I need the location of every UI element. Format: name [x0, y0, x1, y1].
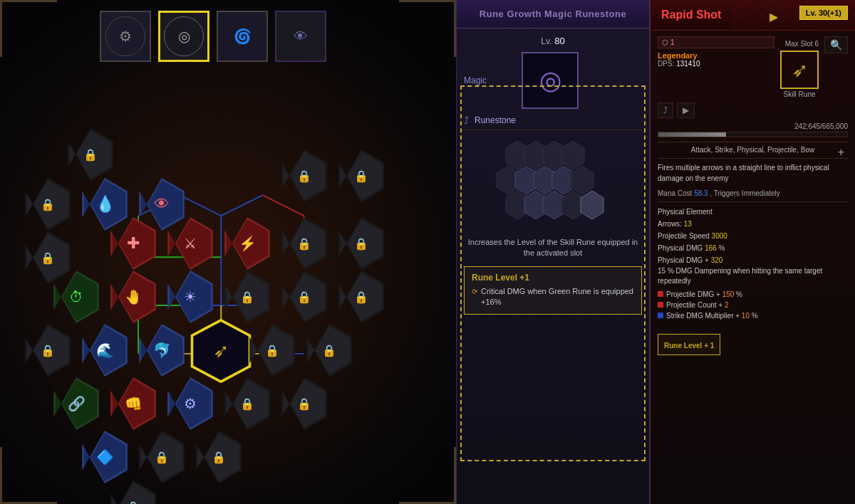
skill-rarity: Legendary	[658, 51, 774, 60]
skill-play-button[interactable]: ▶	[677, 103, 695, 118]
hex-node-blue-4[interactable]: 🌊	[78, 324, 131, 377]
skill-level-arrow: ▶	[770, 10, 778, 23]
skill-tags-row: Attack, Strike, Physical, Projectile, Bo…	[658, 146, 848, 154]
skill-max-slot: Max Slot 6	[780, 36, 819, 49]
skill-rune-type-label: Skill Rune	[780, 90, 819, 98]
hex-selected-wrapper[interactable]: ➶	[189, 319, 253, 383]
hex-node-lock-13: 🔒	[303, 324, 356, 377]
skill-divider-3	[658, 201, 848, 202]
rune-export-icon[interactable]: ⤴	[464, 115, 469, 126]
bonus-dot-blue-1	[658, 313, 663, 318]
stat-phys-dmg-flat: Physical DMG + 320	[658, 254, 848, 266]
hex-node-lock-4: 🔒	[335, 149, 388, 202]
bonus-dot-red-1	[658, 291, 663, 297]
hex-node-red-1[interactable]: ✚	[107, 217, 160, 270]
hex-node-lock-5: 🔒	[21, 231, 74, 284]
hex-node-lock-7: 🔒	[335, 217, 388, 270]
rune-hex-preview	[482, 137, 624, 230]
hex-node-blue-5[interactable]: 🔷	[78, 431, 131, 483]
skill-icon-4[interactable]: 👁	[275, 11, 326, 62]
skill-search-col: 🔍	[824, 36, 848, 57]
skill-icon-3[interactable]: 🌀	[217, 11, 268, 62]
skill-xp-bar-row: 242;645/665,000	[658, 122, 848, 137]
stat-phys-dmg-pct: Physical DMG 166 %	[658, 242, 848, 254]
rune-export-row: ⤴ Runestone	[464, 115, 642, 126]
stat-arrows: Arrows: 13	[658, 218, 848, 230]
rune-level-prefix: Lv.	[541, 36, 551, 46]
rune-panel-title: Rune Growth Magic Runestone	[467, 9, 638, 19]
skill-bonus-strike-text: Strike DMG Multiplier + 10 %	[666, 310, 758, 321]
skill-rune-row: ⬡ 1 Legendary DPS: 131410 Max Slot 6 ➶	[658, 36, 848, 98]
rune-level-row: Lv. 80	[464, 36, 642, 46]
skill-header: Rapid Shot ▶ Lv. 30(+1)	[651, 0, 855, 31]
skill-bonus-proj-count: Projectile Count + 2	[658, 300, 848, 310]
skill-stats: Physical Element Arrows: 13 Projectile S…	[658, 206, 848, 321]
skill-xp-bar-bg	[658, 132, 848, 137]
skill-icon-col: Max Slot 6 ➶ Skill Rune	[780, 36, 819, 98]
rune-type-row: Magic ◎	[464, 52, 642, 109]
skill-icon-1[interactable]: ⚙	[100, 11, 151, 62]
skill-mana-row: Mana Cost 58.3 , Triggers Immediately	[658, 189, 848, 197]
hex-node-red-2[interactable]: ⚔	[164, 217, 217, 270]
hex-node-blue-1[interactable]: 💧	[78, 178, 131, 231]
hex-node-lock-3: 🔒	[278, 149, 331, 202]
rune-panel-header: Rune Growth Magic Runestone	[457, 0, 649, 28]
skill-dps-label: DPS:	[658, 60, 674, 68]
skill-bonus-proj-dmg: Projectile DMG + 150 %	[658, 289, 848, 300]
skill-tree-panel: ⚙ ◎ 🌀 👁	[0, 0, 456, 504]
skill-bonus-proj-count-text: Projectile Count + 2	[666, 300, 729, 310]
top-icons-row: ⚙ ◎ 🌀 👁	[100, 11, 326, 62]
stat-proj-speed: Projectile Speed 3000	[658, 230, 848, 242]
hex-node-lock-1: 🔒	[64, 128, 117, 181]
svg-marker-23	[561, 141, 584, 169]
hex-node-green-link[interactable]: 🔗	[50, 377, 103, 430]
hex-node-lock-16: 🔒	[135, 431, 188, 483]
svg-marker-28	[571, 166, 594, 194]
skill-max-slot-label: Max Slot 6	[785, 40, 819, 48]
skill-rune-icon-box[interactable]: ➶	[780, 51, 819, 89]
skill-mana-label: Mana Cost	[658, 189, 692, 197]
skill-tags: Attack, Strike, Physical, Projectile, Bo…	[658, 146, 848, 154]
skill-search-button[interactable]: 🔍	[824, 36, 848, 53]
hex-node-blue-3[interactable]: ☀	[164, 271, 217, 323]
ornament-top-right	[399, 0, 456, 57]
rune-panel: Rune Growth Magic Runestone Lv. 80 Magic…	[456, 0, 650, 504]
hex-node-blue-cog[interactable]: ⚙	[164, 377, 217, 430]
skill-rune-level-text: Rune Level + 1	[664, 342, 714, 350]
rune-bonus-icon: ⟳	[472, 287, 477, 297]
rune-category-label: Runestone	[475, 115, 516, 125]
skill-left-col: ⬡ 1 Legendary DPS: 131410	[658, 36, 774, 68]
rune-level-title: Rune Level +1	[472, 273, 634, 283]
hex-node-lock-8: 🔒	[221, 271, 274, 323]
hex-node-green-timer[interactable]: ⏱	[50, 271, 103, 323]
skill-icon-2[interactable]: ◎	[158, 11, 209, 62]
ornament-top-left	[0, 0, 57, 57]
rune-level-value: 80	[554, 36, 564, 46]
skill-dps-val: 131410	[676, 60, 700, 68]
hex-node-lock-2: 🔒	[21, 178, 74, 231]
hex-node-blue-2[interactable]: 👁	[135, 178, 188, 231]
skill-dps: DPS: 131410	[658, 60, 774, 68]
hex-node-red-3[interactable]: ⚡	[221, 217, 274, 270]
hex-node-lock-9: 🔒	[278, 271, 331, 323]
skill-export-button[interactable]: ⤴	[658, 103, 673, 118]
skill-add-button[interactable]: +	[838, 146, 844, 159]
hex-node-lock-17: 🔒	[192, 431, 245, 483]
skill-rune-level-box: Rune Level + 1	[658, 334, 720, 355]
right-panels: Rune Growth Magic Runestone Lv. 80 Magic…	[456, 0, 855, 504]
skill-rune-count-val: 1	[670, 38, 675, 46]
skill-description: Fires multiple arrows in a straight line…	[658, 162, 848, 184]
rune-bonus-text-1: Critical DMG when Green Rune is equipped…	[481, 286, 634, 308]
hex-node-red-fist[interactable]: 👊	[107, 377, 160, 430]
hex-node-blue-dolphin[interactable]: 🐬	[135, 324, 188, 377]
skill-divider-2	[658, 158, 848, 159]
skill-mana-cost: 58.3	[694, 189, 708, 197]
stat-physical-element: Physical Element	[658, 206, 848, 218]
skill-level-badge: Lv. 30(+1)	[799, 6, 848, 20]
hex-node-red-hand[interactable]: 🤚	[107, 271, 160, 323]
skill-xp-label: 242;645/665,000	[658, 122, 848, 130]
hex-node-lock-10: 🔒	[335, 271, 388, 323]
rune-divider	[464, 130, 642, 130]
skill-xp-bar-fill	[658, 132, 726, 137]
hex-node-lock-15: 🔒	[278, 377, 331, 430]
